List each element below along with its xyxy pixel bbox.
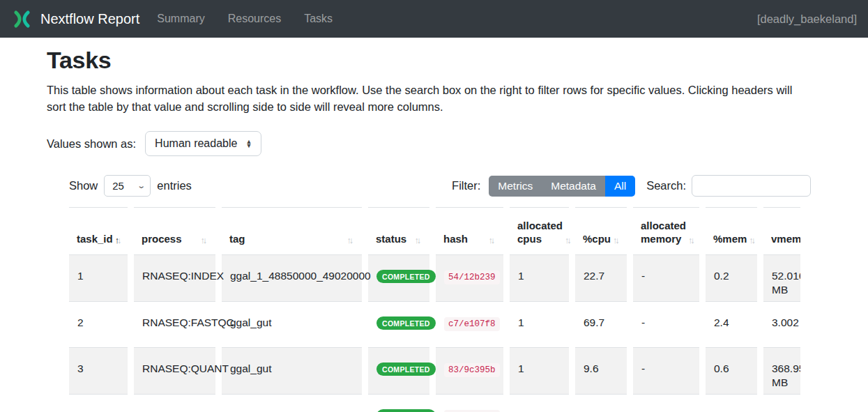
cell-process: RNASEQ:QUANT (134, 347, 215, 394)
page-title: Tasks (47, 47, 821, 74)
cell-pcpu: 69.7 (575, 301, 627, 347)
cell-task-id: 2 (69, 301, 128, 347)
table-row: 4 MULTIQC - COMPLETED 94/c235e1 1 42.8 -… (69, 394, 800, 412)
column-header-vmem[interactable]: vmem↑↓ (763, 207, 800, 254)
cell-allocated-memory: - (633, 347, 699, 394)
cell-pcpu: 42.8 (575, 394, 627, 412)
sort-icon: ↑↓ (688, 236, 696, 245)
status-badge: COMPLETED (376, 363, 436, 376)
column-header-pcpu[interactable]: %cpu↑↓ (575, 207, 627, 254)
nav-links: Summary Resources Tasks (157, 13, 333, 25)
entries-label: entries (157, 179, 192, 192)
column-header-pmem[interactable]: %mem↑↓ (706, 207, 757, 254)
hash-code: c7/e107f8 (444, 317, 500, 331)
cell-pcpu: 22.7 (575, 254, 627, 301)
brand-link[interactable]: Nextflow Report (11, 10, 139, 29)
cell-allocated-cpus: 1 (510, 347, 569, 394)
page-container: Tasks This table shows information about… (0, 47, 868, 412)
hash-code: 54/12b239 (444, 270, 500, 284)
column-header-allocated-memory[interactable]: allocated memory↑↓ (633, 207, 699, 254)
cell-hash: 94/c235e1 (436, 394, 503, 412)
nextflow-logo-icon (11, 10, 33, 29)
navbar: Nextflow Report Summary Resources Tasks … (0, 0, 868, 38)
show-entries-group: Show 25 ⌄ entries (69, 175, 192, 197)
cell-process: RNASEQ:FASTQC (134, 301, 215, 347)
values-shown-label: Values shown as: (47, 137, 136, 151)
cell-pmem: 2.4 (706, 301, 757, 347)
cell-hash: c7/e107f8 (436, 301, 503, 347)
cell-vmem: 3.002 (763, 301, 800, 347)
page-description: This table shows information about each … (47, 82, 814, 115)
sort-icon: ↑↓ (347, 236, 355, 245)
cell-status: COMPLETED (368, 254, 429, 301)
run-name: [deadly_baekeland] (757, 13, 857, 26)
cell-allocated-cpus: 1 (510, 254, 569, 301)
cell-status: COMPLETED (368, 347, 429, 394)
search-label: Search: (646, 179, 686, 192)
cell-task-id: 4 (69, 394, 128, 412)
status-badge: COMPLETED (376, 270, 436, 283)
cell-tag: - (222, 394, 362, 412)
values-shown-row: Values shown as: Human readable ▲▼ (47, 131, 821, 156)
brand-title: Nextflow Report (40, 11, 139, 27)
search-input[interactable] (692, 175, 811, 197)
sort-asc-icon: ↑↓ (115, 236, 123, 245)
cell-allocated-cpus: 1 (510, 394, 569, 412)
filter-label: Filter: (452, 179, 480, 192)
cell-vmem: 368.95 MB (763, 347, 800, 394)
column-header-process[interactable]: process↑↓ (134, 207, 215, 254)
status-badge: COMPLETED (376, 316, 436, 330)
status-badge: COMPLETED (376, 409, 436, 412)
filter-all-button[interactable]: All (605, 176, 635, 197)
cell-tag: ggal_gut (222, 347, 362, 394)
column-header-hash[interactable]: hash↑↓ (436, 207, 503, 254)
nav-item-resources[interactable]: Resources (228, 13, 281, 25)
sort-icon: ↑↓ (201, 236, 208, 245)
cell-pmem: 1.4 (706, 394, 757, 412)
cell-task-id: 1 (69, 254, 128, 301)
cell-process: RNASEQ:INDEX (134, 254, 215, 301)
nav-item-summary[interactable]: Summary (157, 13, 204, 25)
table-controls: Show 25 ⌄ entries Filter: Metrics Metada… (69, 175, 811, 197)
sort-icon: ↑↓ (415, 236, 422, 245)
filter-metrics-button[interactable]: Metrics (489, 176, 542, 197)
cell-tag: ggal_1_48850000_49020000 (222, 254, 362, 301)
filter-metadata-button[interactable]: Metadata (542, 176, 605, 197)
cell-vmem: 571.58 MB (763, 394, 800, 412)
values-shown-select[interactable]: Human readable ▲▼ (145, 131, 261, 156)
column-header-task-id[interactable]: task_id↑↓ (69, 207, 128, 254)
chevron-down-icon: ⌄ (137, 182, 146, 190)
cell-status: COMPLETED (368, 301, 429, 347)
hash-code: 83/9c395b (444, 363, 500, 377)
table-row: 1 RNASEQ:INDEX ggal_1_48850000_49020000 … (69, 254, 800, 301)
cell-status: COMPLETED (368, 394, 429, 412)
cell-pmem: 0.6 (706, 347, 757, 394)
table-header-row: task_id↑↓ process↑↓ tag↑↓ status↑↓ hash↑… (69, 207, 800, 254)
sort-icon: ↑↓ (613, 236, 620, 245)
column-header-allocated-cpus[interactable]: allocated cpus↑↓ (510, 207, 569, 254)
cell-allocated-cpus: 1 (510, 301, 569, 347)
column-header-status[interactable]: status↑↓ (368, 207, 429, 254)
cell-hash: 83/9c395b (436, 347, 503, 394)
values-shown-selected: Human readable (155, 137, 237, 150)
filter-button-group: Metrics Metadata All (489, 176, 635, 197)
cell-hash: 54/12b239 (436, 254, 503, 301)
cell-task-id: 3 (69, 347, 128, 394)
tasks-table-scroll-area[interactable]: task_id↑↓ process↑↓ tag↑↓ status↑↓ hash↑… (69, 207, 800, 412)
entries-select[interactable]: 25 ⌄ (104, 175, 151, 197)
entries-selected: 25 (112, 180, 124, 192)
nav-item-tasks[interactable]: Tasks (304, 13, 333, 25)
cell-pcpu: 9.6 (575, 347, 627, 394)
tasks-table: task_id↑↓ process↑↓ tag↑↓ status↑↓ hash↑… (69, 207, 800, 412)
sort-icon: ↑↓ (565, 236, 572, 245)
column-header-tag[interactable]: tag↑↓ (222, 207, 362, 254)
cell-allocated-memory: - (633, 254, 699, 301)
cell-tag: ggal_gut (222, 301, 362, 347)
show-label: Show (69, 179, 98, 192)
sort-icon: ↑↓ (489, 236, 496, 245)
select-updown-icon: ▲▼ (245, 139, 252, 148)
sort-icon: ↑↓ (749, 236, 756, 245)
cell-process: MULTIQC (134, 394, 215, 412)
cell-allocated-memory: - (633, 301, 699, 347)
cell-allocated-memory: - (633, 394, 699, 412)
